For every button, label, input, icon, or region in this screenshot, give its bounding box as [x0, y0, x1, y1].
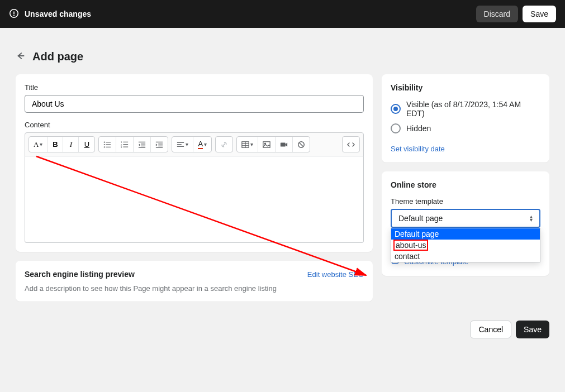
- content-label: Content: [25, 121, 364, 129]
- svg-rect-8: [106, 146, 111, 147]
- theme-template-select[interactable]: Default page ▴▾: [391, 209, 540, 228]
- visibility-heading: Visibility: [391, 83, 540, 92]
- seo-preview-card: Search engine listing preview Edit websi…: [16, 261, 373, 302]
- title-label: Title: [25, 83, 364, 92]
- svg-rect-19: [156, 141, 163, 142]
- clear-format-button[interactable]: [293, 137, 310, 152]
- select-updown-icon: ▴▾: [530, 215, 533, 222]
- svg-rect-24: [177, 144, 182, 145]
- theme-template-dropdown: Default page about-us contact: [391, 228, 540, 262]
- video-button[interactable]: [276, 137, 293, 152]
- bold-button[interactable]: B: [48, 137, 63, 152]
- image-button[interactable]: [258, 137, 276, 152]
- discard-button[interactable]: Discard: [476, 6, 518, 22]
- table-button[interactable]: ▾: [237, 137, 258, 152]
- hidden-radio[interactable]: [391, 123, 401, 133]
- back-arrow-icon[interactable]: [16, 51, 26, 63]
- align-button[interactable]: ▾: [172, 137, 193, 152]
- title-input[interactable]: [25, 95, 364, 113]
- set-visibility-date-link[interactable]: Set visibility date: [391, 145, 445, 153]
- svg-rect-18: [139, 147, 145, 147]
- seo-description: Add a description to see how this Page m…: [25, 284, 364, 293]
- visible-radio[interactable]: [391, 104, 401, 114]
- page-title: Add page: [32, 50, 83, 63]
- svg-text:3: 3: [121, 146, 122, 149]
- svg-rect-12: [124, 144, 129, 145]
- svg-rect-25: [177, 146, 184, 146]
- svg-rect-6: [106, 144, 111, 145]
- link-button[interactable]: [216, 137, 232, 152]
- cancel-button[interactable]: Cancel: [470, 321, 511, 338]
- online-store-card: Online store Theme template Default page…: [382, 171, 549, 276]
- theme-template-value: Default page: [398, 214, 443, 223]
- svg-rect-4: [106, 142, 111, 142]
- svg-rect-32: [281, 142, 286, 146]
- visible-label: Visible (as of 8/17/2023, 1:54 AM EDT): [406, 100, 540, 118]
- svg-rect-17: [141, 145, 146, 146]
- save-button-bottom[interactable]: Save: [516, 321, 549, 338]
- editor-toolbar: A▾ B I U 123 ▾ A▾: [25, 132, 364, 156]
- svg-rect-22: [156, 147, 163, 147]
- save-button-top[interactable]: Save: [523, 6, 556, 22]
- svg-rect-14: [124, 146, 129, 147]
- svg-rect-20: [159, 144, 163, 144]
- svg-line-34: [300, 142, 303, 146]
- seo-heading: Search engine listing preview: [25, 270, 135, 279]
- dropdown-option-about-us[interactable]: about-us: [393, 240, 428, 251]
- svg-point-31: [264, 143, 265, 144]
- unsaved-changes-bar: Unsaved changes Discard Save: [0, 0, 565, 28]
- indent-button[interactable]: [151, 137, 168, 152]
- unsaved-changes-label: Unsaved changes: [25, 9, 91, 18]
- numbered-list-button[interactable]: 123: [116, 137, 134, 152]
- svg-rect-23: [177, 142, 184, 142]
- text-color-button[interactable]: A▾: [193, 137, 211, 152]
- svg-rect-16: [141, 144, 146, 144]
- dropdown-option-default[interactable]: Default page: [391, 228, 540, 240]
- online-store-heading: Online store: [391, 180, 540, 189]
- italic-button[interactable]: I: [63, 137, 79, 152]
- visibility-card: Visibility Visible (as of 8/17/2023, 1:5…: [382, 74, 549, 162]
- svg-rect-30: [263, 141, 270, 147]
- alert-icon: [9, 8, 19, 20]
- svg-point-7: [104, 146, 105, 147]
- content-editor[interactable]: [25, 156, 364, 243]
- svg-rect-15: [139, 141, 145, 142]
- svg-rect-21: [159, 145, 163, 146]
- svg-rect-10: [124, 141, 129, 142]
- theme-template-label: Theme template: [391, 197, 540, 205]
- page-details-card: Title Content A▾ B I U 123 ▾: [16, 74, 373, 252]
- underline-button[interactable]: U: [79, 137, 94, 152]
- dropdown-option-contact[interactable]: contact: [391, 251, 540, 262]
- edit-seo-link[interactable]: Edit website SEO: [307, 270, 364, 279]
- svg-point-5: [104, 144, 105, 145]
- html-view-button[interactable]: [343, 137, 359, 152]
- svg-point-2: [14, 15, 15, 16]
- bullet-list-button[interactable]: [99, 137, 116, 152]
- hidden-label: Hidden: [406, 124, 431, 133]
- svg-point-3: [104, 141, 105, 142]
- outdent-button[interactable]: [134, 137, 151, 152]
- font-style-button[interactable]: A▾: [29, 137, 48, 152]
